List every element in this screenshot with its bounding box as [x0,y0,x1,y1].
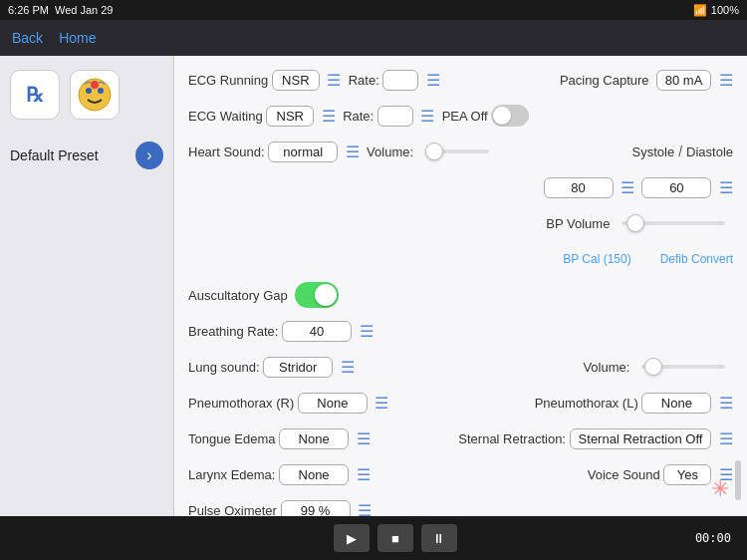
pulse-oximeter-menu-icon[interactable]: ☰ [358,501,372,517]
pacing-capture-label: Pacing Capture [560,73,649,88]
pulse-oximeter-value[interactable]: 99 % [281,500,351,517]
status-bar: 6:26 PM Wed Jan 29 📶 100% [0,0,747,20]
ecg-running-rate-menu-icon[interactable]: ☰ [426,71,440,90]
tongue-edema-menu-icon[interactable]: ☰ [357,429,371,448]
scroll-indicator [735,460,741,500]
pacing-capture-value[interactable]: 80 mA [656,70,712,91]
tongue-edema-row: Tongue Edema None ☰ Sternal Retraction: … [188,424,733,452]
ecg-waiting-rate-value[interactable] [377,106,413,127]
diastole-menu-icon[interactable]: ☰ [719,178,733,197]
systole-diastole-divider: / [678,143,682,159]
sternal-retraction-menu-icon[interactable]: ☰ [719,429,733,448]
heart-sound-volume-thumb [425,142,443,160]
status-time: 6:26 PM [8,4,49,16]
sidebar: ℞ Default Preset › [0,56,174,516]
pause-button[interactable]: ⏸ [421,524,457,552]
lung-sound-volume-thumb [644,358,662,376]
svg-point-2 [86,88,92,94]
wifi-icon: 📶 [693,4,707,17]
lung-sound-label: Lung sound: [188,360,260,375]
home-button[interactable]: Home [59,30,96,46]
ecg-waiting-menu-icon[interactable]: ☰ [322,107,336,126]
ecg-running-rate-value[interactable] [382,70,418,91]
systole-menu-icon[interactable]: ☰ [621,178,634,197]
heart-sound-row: Heart Sound: normal ☰ Volume: Systole / … [188,138,733,165]
larynx-edema-menu-icon[interactable]: ☰ [357,465,371,484]
defib-convert-link[interactable]: Defib Convert [660,252,733,266]
bp-volume-slider[interactable] [622,221,725,225]
breathing-rate-value[interactable]: 40 [282,321,352,342]
pneumothorax-l-value[interactable]: None [641,393,711,414]
lung-sound-volume-label: Volume: [583,360,629,375]
voice-sound-value[interactable]: Yes [663,464,711,485]
ecg-waiting-rate-menu-icon[interactable]: ☰ [420,107,434,126]
sternal-retraction-value[interactable]: Sternal Retraction Off [570,428,712,449]
ecg-waiting-value[interactable]: NSR [266,106,314,127]
play-button[interactable]: ▶ [334,524,370,552]
systole-diastole-values-row: 80 ☰ 60 ☰ [188,173,733,201]
ecg-running-value[interactable]: NSR [272,70,320,91]
larynx-edema-value[interactable]: None [279,464,349,485]
ecg-waiting-rate-label: Rate: [343,109,374,124]
tongue-edema-value[interactable]: None [279,428,349,449]
rx-icon[interactable]: ℞ [10,70,60,120]
lung-sound-volume-slider[interactable] [641,365,725,369]
sternal-retraction-label: Sternal Retraction: [458,431,566,446]
bp-cal-link[interactable]: BP Cal (150) [563,252,630,266]
default-preset-label: Default Preset [10,147,99,163]
tongue-edema-label: Tongue Edema [188,431,275,446]
pneumothorax-l-label: Pneumothorax (L) [535,396,638,411]
pacing-capture-menu-icon[interactable]: ☰ [719,71,733,90]
ecg-running-rate-label: Rate: [349,73,379,88]
pneumothorax-r-menu-icon[interactable]: ☰ [374,394,388,413]
pulse-oximeter-row: Pulse Oximeter 99 % ☰ [188,496,733,516]
systole-label: Systole [632,144,675,159]
sim-icon[interactable] [70,70,120,120]
pneumothorax-l-menu-icon[interactable]: ☰ [719,394,733,413]
ecg-waiting-label: ECG Waiting [188,109,263,124]
heart-sound-menu-icon[interactable]: ☰ [346,142,360,161]
auscultatory-toggle[interactable] [295,282,339,308]
diastole-label: Diastole [686,144,733,159]
bp-volume-row: BP Volume [188,209,733,237]
auscultatory-row: Auscultatory Gap [188,281,733,309]
bp-volume-thumb [626,214,644,232]
lung-sound-value[interactable]: Stridor [263,357,333,378]
auscultatory-label: Auscultatory Gap [188,288,288,303]
pneumothorax-r-label: Pneumothorax (R) [188,396,294,411]
pea-knob [493,107,511,125]
content-area: ECG Running NSR ☰ Rate: ☰ Pacing Capture… [174,56,747,516]
lung-sound-menu-icon[interactable]: ☰ [341,358,355,377]
pea-off-toggle[interactable] [491,105,529,127]
bottom-bar: ▶ ■ ⏸ 00:00 [0,516,747,560]
larynx-edema-row: Larynx Edema: None ☰ Voice Sound Yes ☰ [188,460,733,488]
ecg-running-row: ECG Running NSR ☰ Rate: ☰ Pacing Capture… [188,66,733,94]
bp-volume-label: BP Volume [546,216,610,231]
svg-point-4 [91,81,99,89]
ecg-running-menu-icon[interactable]: ☰ [327,71,341,90]
auscultatory-toggle-knob [315,284,337,306]
status-day: Wed Jan 29 [55,4,114,16]
larynx-edema-label: Larynx Edema: [188,467,275,482]
breathing-rate-label: Breathing Rate: [188,324,278,339]
bp-cal-row: BP Cal (150) Defib Convert [188,245,733,273]
go-button[interactable]: › [135,141,163,169]
heart-sound-value[interactable]: normal [268,141,338,162]
default-preset-row: Default Preset › [10,141,163,169]
voice-sound-label: Voice Sound [588,467,660,482]
sidebar-icons: ℞ [10,66,120,124]
ecg-waiting-row: ECG Waiting NSR ☰ Rate: ☰ PEA Off [188,102,733,130]
pulse-oximeter-label: Pulse Oximeter [188,503,277,517]
heart-sound-volume-slider[interactable] [425,149,489,153]
playback-controls: ▶ ■ ⏸ [334,524,457,552]
main-layout: ℞ Default Preset › [0,56,747,516]
pneumothorax-row: Pneumothorax (R) None ☰ Pneumothorax (L)… [188,389,733,417]
back-button[interactable]: Back [12,30,43,46]
stop-button[interactable]: ■ [377,524,413,552]
playback-time: 00:00 [695,531,731,545]
pneumothorax-r-value[interactable]: None [298,393,368,414]
diastole-value[interactable]: 60 [641,177,711,198]
systole-value[interactable]: 80 [544,177,614,198]
heart-sound-label: Heart Sound: [188,144,265,159]
breathing-rate-menu-icon[interactable]: ☰ [360,322,374,341]
